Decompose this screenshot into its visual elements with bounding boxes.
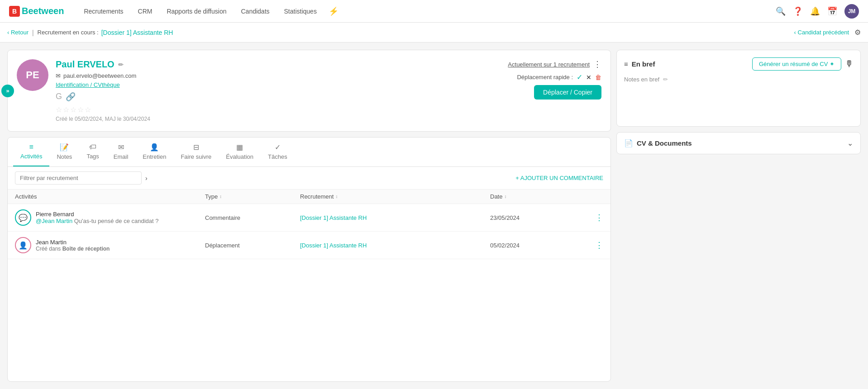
- star-2[interactable]: ☆: [63, 105, 69, 114]
- breadcrumb-dossier-link[interactable]: [Dossier 1] Assistante RH: [101, 29, 173, 36]
- row1-menu-icon[interactable]: ⋮: [585, 213, 603, 223]
- recruitment-link[interactable]: Actuellement sur 1 recrutement: [508, 61, 590, 68]
- sort-recrutement-icon[interactable]: ↕: [335, 194, 338, 199]
- chevron-down-icon[interactable]: ⌄: [847, 139, 853, 147]
- filter-arrow-icon[interactable]: ›: [145, 175, 148, 182]
- tab-evaluation[interactable]: ▦ Évaluation: [219, 138, 261, 166]
- nav-recrutements[interactable]: Recrutements: [77, 4, 129, 19]
- tab-notes[interactable]: 📝 Notes: [49, 138, 79, 166]
- candidate-name-text: Paul ERVELO: [56, 59, 114, 70]
- settings-icon[interactable]: ⚙: [854, 28, 861, 37]
- cv-documents-card: 📄 CV & Documents ⌄: [616, 132, 861, 154]
- notes-edit-icon[interactable]: ✏: [663, 76, 668, 83]
- confirm-move-icon[interactable]: ✓: [577, 73, 582, 81]
- user-name-jean: Jean Martin: [36, 239, 110, 246]
- logo[interactable]: B Beetween: [9, 6, 64, 17]
- candidate-info: Paul ERVELO ✏ ✉ paul.ervelo@beetween.com…: [56, 59, 501, 122]
- candidate-avatar: PE: [17, 59, 48, 91]
- row2-type: Déplacement: [205, 242, 300, 249]
- tab-taches-label: Tâches: [268, 153, 287, 160]
- tab-entretien-label: Entretien: [143, 153, 166, 160]
- tab-email[interactable]: ✉ Email: [106, 138, 136, 166]
- more-options-icon[interactable]: ⋮: [593, 59, 601, 69]
- sort-date-icon[interactable]: ↕: [504, 194, 506, 199]
- user-subtext-jean: Créé dans Boîte de réception: [36, 246, 110, 252]
- quick-move-bar: Déplacement rapide : ✓ ✕ 🗑: [517, 73, 601, 81]
- calendar-icon[interactable]: 📅: [827, 6, 837, 16]
- move-copy-button[interactable]: Déplacer / Copier: [534, 85, 601, 100]
- tab-faire-suivre[interactable]: ⊟ Faire suivre: [173, 138, 219, 166]
- tab-activites[interactable]: ≡ Activités: [13, 138, 49, 166]
- email-icon: ✉: [56, 72, 61, 79]
- google-icon[interactable]: G: [56, 92, 62, 102]
- tab-taches[interactable]: ✓ Tâches: [261, 138, 295, 166]
- mic-icon[interactable]: 🎙: [845, 59, 853, 69]
- tab-entretien[interactable]: 👤 Entretien: [135, 138, 173, 166]
- nav-rapports[interactable]: Rapports de diffusion: [160, 4, 233, 19]
- star-4[interactable]: ☆: [77, 105, 84, 114]
- nav-statistiques[interactable]: Statistiques: [278, 4, 323, 19]
- row2-date: 05/02/2024: [490, 242, 585, 249]
- user-avatar[interactable]: JM: [844, 4, 859, 19]
- sub-nav-right: ‹ Candidat précédent ⚙: [794, 28, 861, 37]
- link-icon[interactable]: 🔗: [66, 92, 76, 102]
- back-button[interactable]: ‹ Retour: [7, 29, 29, 36]
- top-navigation: B Beetween Recrutements CRM Rapports de …: [0, 0, 868, 23]
- row1-recruitment[interactable]: [Dossier 1] Assistante RH: [300, 214, 490, 221]
- evaluation-icon: ▦: [236, 143, 243, 152]
- cv-documents-header[interactable]: 📄 CV & Documents ⌄: [617, 133, 860, 154]
- taches-icon: ✓: [275, 143, 281, 152]
- tab-evaluation-label: Évaluation: [226, 153, 253, 160]
- user-info-jean: Jean Martin Créé dans Boîte de réception: [36, 239, 110, 252]
- notifications-icon[interactable]: 🔔: [810, 6, 820, 16]
- tab-tags[interactable]: 🏷 Tags: [79, 138, 106, 166]
- col-activites: Activités: [15, 193, 205, 200]
- document-icon: 📄: [624, 139, 633, 147]
- edit-name-icon[interactable]: ✏: [118, 61, 124, 68]
- left-panel: » PE Paul ERVELO ✏ ✉ paul.ervelo@beetwee…: [7, 50, 611, 382]
- row2-menu-icon[interactable]: ⋮: [585, 240, 603, 250]
- tags-icon: 🏷: [89, 143, 96, 151]
- add-comment-button[interactable]: + AJOUTER UN COMMENTAIRE: [515, 175, 603, 181]
- notes-en-bref-label: Notes en bref: [624, 76, 659, 83]
- filter-bar: › + AJOUTER UN COMMENTAIRE: [8, 167, 610, 190]
- table-row: 💬 Pierre Bernard @Jean Martin Qu'as-tu p…: [8, 204, 610, 232]
- user-info-pierre: Pierre Bernard @Jean Martin Qu'as-tu pen…: [36, 211, 159, 224]
- search-icon[interactable]: 🔍: [776, 6, 786, 16]
- quick-move-label: Déplacement rapide :: [517, 74, 573, 81]
- candidate-right: Actuellement sur 1 recrutement ⋮ Déplace…: [508, 59, 601, 100]
- breadcrumb-separator: |: [32, 29, 34, 36]
- help-icon[interactable]: ❓: [793, 6, 803, 16]
- table-header: Activités Type ↕ Recrutement ↕ Date ↕: [8, 190, 610, 204]
- social-icons: G 🔗: [56, 92, 501, 102]
- user-avatar-pierre: 💬: [15, 209, 31, 226]
- sort-type-icon[interactable]: ↕: [219, 194, 222, 199]
- tab-notes-label: Notes: [57, 153, 72, 160]
- en-bref-title: En bref: [632, 60, 655, 68]
- tab-email-label: Email: [114, 153, 129, 160]
- star-1[interactable]: ☆: [56, 105, 62, 114]
- sidebar-toggle-button[interactable]: »: [1, 85, 14, 97]
- nav-candidats[interactable]: Candidats: [234, 4, 276, 19]
- star-3[interactable]: ☆: [70, 105, 76, 114]
- candidate-dates: Créé le 05/02/2024, MAJ le 30/04/2024: [56, 116, 501, 122]
- row2-recruitment[interactable]: [Dossier 1] Assistante RH: [300, 242, 490, 249]
- tabs-bar: ≡ Activités 📝 Notes 🏷 Tags ✉ Email 👤: [8, 138, 610, 167]
- candidate-email: ✉ paul.ervelo@beetween.com: [56, 72, 501, 79]
- breadcrumb-text: Recrutement en cours :: [38, 29, 99, 36]
- filter-input[interactable]: [15, 171, 142, 185]
- cancel-move-icon[interactable]: ✕: [586, 74, 591, 81]
- activity-user-1: 💬 Pierre Bernard @Jean Martin Qu'as-tu p…: [15, 209, 205, 226]
- bolt-icon[interactable]: ⚡: [329, 6, 339, 16]
- star-rating[interactable]: ☆ ☆ ☆ ☆ ☆: [56, 105, 501, 114]
- generate-cv-button[interactable]: Générer un résumé de CV ✦: [752, 57, 841, 71]
- star-5[interactable]: ☆: [85, 105, 91, 114]
- nav-crm[interactable]: CRM: [132, 4, 159, 19]
- prev-candidate-button[interactable]: ‹ Candidat précédent: [794, 29, 849, 36]
- en-bref-header: ≡ En bref Générer un résumé de CV ✦ 🎙: [624, 57, 853, 71]
- id-link[interactable]: Identification / CVthèque: [56, 81, 120, 88]
- tab-tags-label: Tags: [86, 153, 99, 160]
- delete-move-icon[interactable]: 🗑: [595, 74, 601, 81]
- notes-en-bref: Notes en bref ✏: [624, 76, 853, 83]
- activites-icon: ≡: [29, 143, 33, 151]
